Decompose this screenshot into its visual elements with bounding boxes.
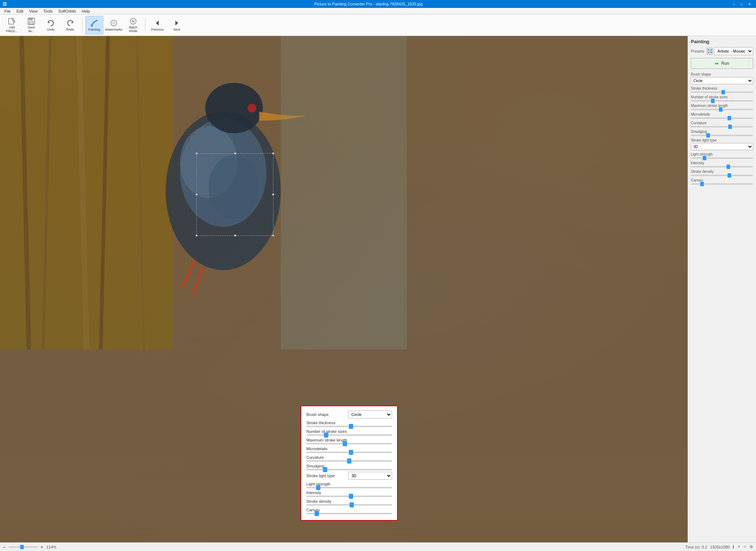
close-button[interactable]: ✕ [746, 1, 753, 7]
fp-brush-shape-dropdown[interactable]: Circle Square Custom [348, 411, 392, 418]
next-icon [173, 19, 181, 27]
sb-max-stroke-thumb[interactable] [719, 107, 723, 112]
sb-stroke-density-thumb[interactable] [728, 173, 731, 178]
sb-canvas-thumb[interactable] [700, 182, 704, 186]
sb-light-strength-thumb[interactable] [703, 156, 706, 160]
info-icon[interactable]: ℹ [733, 545, 734, 549]
fp-num-stroke-sizes-label: Number of stroke sizes [306, 429, 392, 434]
fp-max-stroke-length-slider[interactable] [306, 443, 392, 444]
selection-handle-tm[interactable] [234, 152, 236, 154]
sb-canvas-slider[interactable] [691, 183, 753, 185]
fp-stroke-thickness-thumb[interactable] [349, 424, 353, 429]
svg-rect-25 [281, 36, 407, 349]
svg-rect-28 [710, 49, 712, 51]
status-bar: − + 114% Time (s): 0.2 1920x1080 ℹ ↗ ☆ ⚙ [0, 542, 756, 551]
redo-button[interactable]: Redo [61, 16, 79, 35]
sb-light-strength-slider[interactable] [691, 157, 753, 159]
settings-icon[interactable]: ⚙ [750, 545, 753, 549]
fp-smudging-label: Smudging [306, 464, 392, 468]
selection-handle-mr[interactable] [272, 193, 274, 196]
fp-intensity-thumb[interactable] [349, 494, 353, 499]
sb-stroke-light-dropdown[interactable]: 3DFlatNone [691, 143, 753, 150]
selection-handle-bl[interactable] [195, 234, 198, 237]
menu-help[interactable]: Help [79, 8, 93, 14]
fp-intensity-slider[interactable] [306, 496, 392, 497]
fp-smudging-slider[interactable] [306, 469, 392, 470]
batch-mode-button[interactable]: BatchMode [124, 16, 142, 35]
sb-microdetails-slider[interactable] [691, 117, 753, 119]
save-as-button[interactable]: Saveas... [22, 16, 40, 35]
fp-num-stroke-sizes-thumb[interactable] [324, 433, 328, 438]
maximize-button[interactable]: □ [738, 1, 745, 7]
svg-rect-29 [708, 51, 710, 53]
sb-curvature-slider[interactable] [691, 126, 753, 127]
run-button[interactable]: ➡ Run [691, 58, 753, 69]
fp-smudging-thumb[interactable] [323, 467, 327, 472]
sb-light-strength-label: Light strength [691, 152, 753, 156]
selection-handle-br[interactable] [272, 234, 274, 237]
menu-tools[interactable]: Tools [40, 8, 55, 14]
menu-bar: File Edit View Tools SoftOrbits Help [0, 8, 756, 14]
resolution-label: 1920x1080 [710, 545, 730, 549]
fp-light-strength-slider[interactable] [306, 487, 392, 488]
painting-button[interactable]: Painting [85, 16, 103, 35]
zoom-in-button[interactable]: + [40, 544, 43, 550]
fp-stroke-light-dropdown[interactable]: 3D Flat None [348, 472, 392, 480]
previous-button[interactable]: Previous [148, 16, 166, 35]
fp-num-stroke-sizes-slider[interactable] [306, 434, 392, 436]
menu-edit[interactable]: Edit [14, 8, 26, 14]
zoom-out-button[interactable]: − [3, 544, 6, 550]
save-as-icon [27, 17, 35, 25]
next-button[interactable]: Next [168, 16, 186, 35]
sb-stroke-density-slider[interactable] [691, 175, 753, 176]
sb-intensity-slider[interactable] [691, 166, 753, 167]
menu-file[interactable]: File [1, 8, 14, 14]
previous-icon [153, 19, 161, 27]
fp-microdetails-slider[interactable] [306, 452, 392, 453]
title-bar-title: Picture to Painting Converter Pro - star… [7, 2, 730, 6]
fp-curvature-slider[interactable] [306, 460, 392, 462]
fp-stroke-thickness-slider[interactable] [306, 426, 392, 427]
menu-softorbits[interactable]: SoftOrbits [55, 8, 79, 14]
sb-smudging-thumb[interactable] [706, 133, 710, 138]
batch-mode-icon [129, 17, 137, 25]
sb-intensity-thumb[interactable] [726, 165, 730, 169]
title-bar-controls: ─ □ ✕ [730, 1, 753, 7]
fp-stroke-density-slider[interactable] [306, 504, 392, 506]
fp-canvas-thumb[interactable] [315, 511, 319, 516]
undo-button[interactable]: Undo [42, 16, 60, 35]
canvas-area[interactable]: Brush shape Circle Square Custom Stroke … [0, 36, 688, 542]
minimize-button[interactable]: ─ [730, 1, 737, 7]
right-sidebar: Painting Presets Artistic - Mosaic Impre… [688, 36, 756, 542]
selection-handle-ml[interactable] [195, 193, 198, 196]
fp-max-stroke-length-thumb[interactable] [343, 441, 347, 446]
add-files-button[interactable]: AddFile(s)... [3, 16, 21, 35]
sb-num-stroke-slider[interactable] [691, 100, 753, 102]
share-icon[interactable]: ↗ [737, 545, 740, 549]
selection-handle-bm[interactable] [234, 234, 236, 237]
sb-microdetails-thumb[interactable] [728, 116, 731, 120]
sb-stroke-thickness-slider[interactable] [691, 91, 753, 93]
sb-stroke-thickness-thumb[interactable] [721, 90, 725, 94]
fp-light-strength-thumb[interactable] [316, 485, 320, 490]
star-icon[interactable]: ☆ [743, 545, 747, 549]
sb-curvature-thumb[interactable] [728, 125, 732, 129]
separator-2 [145, 18, 145, 32]
menu-view[interactable]: View [26, 8, 41, 14]
selection-handle-tl[interactable] [195, 152, 198, 154]
zoom-slider[interactable] [9, 546, 37, 548]
selection-handle-tr[interactable] [272, 152, 274, 154]
sb-max-stroke-slider[interactable] [691, 109, 753, 110]
fp-canvas-slider[interactable] [306, 513, 392, 514]
previous-label: Previous [151, 28, 163, 31]
fp-curvature-thumb[interactable] [347, 458, 351, 463]
zoom-thumb[interactable] [20, 545, 24, 549]
sb-num-stroke-thumb[interactable] [711, 99, 715, 103]
fp-stroke-density-thumb[interactable] [350, 502, 354, 507]
preset-dropdown[interactable]: Artistic - Mosaic Impressionist Oil Pain… [714, 47, 753, 55]
preset-icon [707, 48, 713, 55]
fp-microdetails-thumb[interactable] [349, 450, 353, 455]
sb-smudging-slider[interactable] [691, 135, 753, 136]
watermarks-button[interactable]: © Watermarks [105, 16, 123, 35]
sb-brush-shape-dropdown[interactable]: CircleSquare [691, 77, 753, 84]
